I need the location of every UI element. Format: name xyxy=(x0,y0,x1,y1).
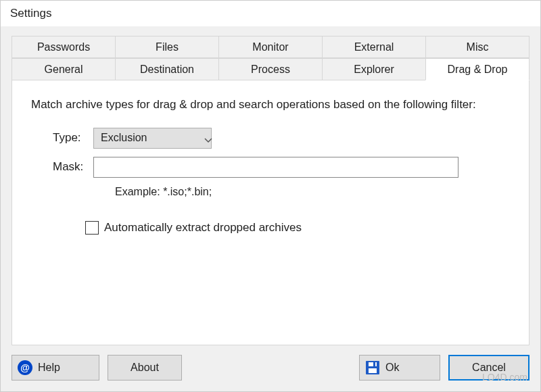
window-title: Settings xyxy=(10,7,51,20)
help-label: Help xyxy=(38,362,60,374)
tab-label: Explorer xyxy=(354,64,394,76)
tab-external[interactable]: External xyxy=(322,36,426,58)
type-dropdown[interactable]: Exclusion xyxy=(93,128,212,149)
tab-destination[interactable]: Destination xyxy=(115,58,219,80)
tab-label: Drag & Drop xyxy=(448,64,508,76)
mask-label: Mask: xyxy=(31,160,93,174)
tab-files[interactable]: Files xyxy=(115,36,219,58)
svg-rect-1 xyxy=(369,362,377,366)
type-value: Exclusion xyxy=(101,132,147,144)
tab-panel-drag-drop: Match archive types for drag & drop and … xyxy=(11,80,530,345)
about-label: About xyxy=(131,362,159,374)
auto-extract-label: Automatically extract dropped archives xyxy=(104,221,302,235)
settings-window: Settings Passwords Files Monitor Externa… xyxy=(0,0,541,392)
help-button[interactable]: @ Help xyxy=(11,355,99,381)
type-field-row: Type: Exclusion xyxy=(31,128,510,149)
tab-label: Process xyxy=(251,64,290,76)
type-label: Type: xyxy=(31,131,93,145)
tab-general[interactable]: General xyxy=(11,58,116,80)
example-text: Example: *.iso;*.bin; xyxy=(115,186,510,198)
cancel-label: Cancel xyxy=(472,362,506,374)
cancel-button[interactable]: Cancel xyxy=(448,355,530,381)
about-button[interactable]: About xyxy=(108,355,182,381)
tab-label: Files xyxy=(156,41,179,53)
tab-label: Destination xyxy=(140,64,194,76)
auto-extract-checkbox[interactable] xyxy=(85,221,99,235)
tab-misc[interactable]: Misc xyxy=(425,36,530,58)
tab-drag-drop[interactable]: Drag & Drop xyxy=(425,58,530,80)
mask-field-row: Mask: xyxy=(31,157,510,178)
tab-passwords[interactable]: Passwords xyxy=(11,36,116,58)
tab-label: General xyxy=(45,64,83,76)
mask-input[interactable] xyxy=(93,157,458,178)
ok-button[interactable]: Ok xyxy=(359,355,440,381)
auto-extract-row: Automatically extract dropped archives xyxy=(85,221,510,235)
tab-label: Monitor xyxy=(252,41,288,53)
tab-row-1: Passwords Files Monitor External Misc xyxy=(11,36,530,58)
tabs-container: Passwords Files Monitor External Misc Ge… xyxy=(11,36,530,345)
tab-row-2: General Destination Process Explorer Dra… xyxy=(11,58,530,80)
svg-rect-2 xyxy=(373,362,375,366)
save-icon xyxy=(365,360,380,375)
tab-label: Misc xyxy=(467,41,489,53)
svg-rect-3 xyxy=(369,368,377,373)
tab-label: Passwords xyxy=(37,41,90,53)
tab-explorer[interactable]: Explorer xyxy=(322,58,426,80)
ok-label: Ok xyxy=(385,362,399,374)
content-area: Passwords Files Monitor External Misc Ge… xyxy=(1,26,540,345)
tab-label: External xyxy=(354,41,394,53)
at-icon: @ xyxy=(18,360,32,375)
button-bar: @ Help About Ok Cancel xyxy=(1,345,540,391)
tab-monitor[interactable]: Monitor xyxy=(218,36,323,58)
tab-process[interactable]: Process xyxy=(218,58,323,80)
panel-description: Match archive types for drag & drop and … xyxy=(31,97,510,113)
titlebar: Settings xyxy=(1,1,540,26)
